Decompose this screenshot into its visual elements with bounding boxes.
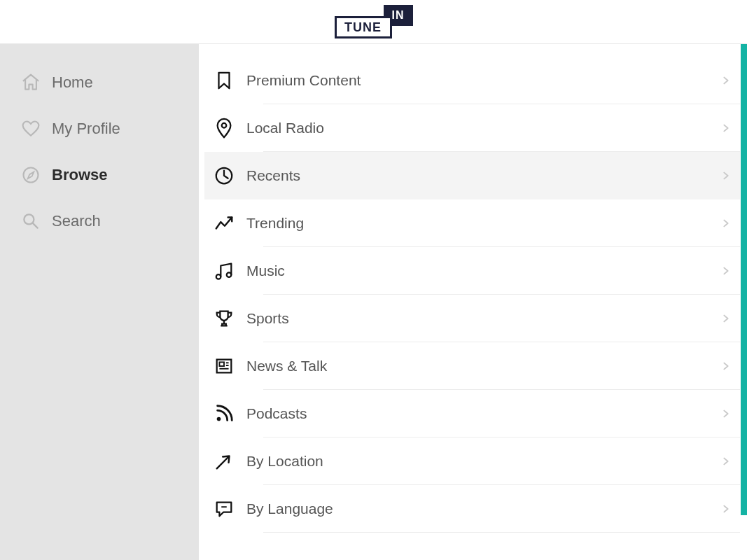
category-label: Premium Content xyxy=(244,72,712,89)
chat-icon xyxy=(204,498,244,519)
home-icon xyxy=(21,73,41,92)
compass-icon xyxy=(21,165,41,185)
category-row-premium-content[interactable]: Premium Content xyxy=(204,57,740,104)
search-icon xyxy=(21,211,41,231)
category-label: By Language xyxy=(244,500,712,517)
arrow-icon xyxy=(204,451,244,472)
sidebar-item-browse[interactable]: Browse xyxy=(0,152,199,198)
chevron-right-icon xyxy=(712,504,740,514)
sidebar-item-label: Search xyxy=(52,212,101,230)
category-row-recents[interactable]: Recents xyxy=(204,152,740,200)
sidebar-item-label: Home xyxy=(52,74,93,92)
chevron-right-icon xyxy=(712,171,740,181)
chevron-right-icon xyxy=(712,76,740,85)
rss-icon xyxy=(204,403,244,424)
sidebar-item-home[interactable]: Home xyxy=(0,59,199,106)
logo-tune-box: TUNE xyxy=(335,16,392,38)
category-row-podcasts[interactable]: Podcasts xyxy=(204,390,740,438)
scroll-indicator[interactable] xyxy=(741,44,747,515)
content-area: Premium ContentLocal RadioRecentsTrendin… xyxy=(199,44,747,560)
sidebar-item-label: Browse xyxy=(52,166,107,184)
category-row-sports[interactable]: Sports xyxy=(204,295,740,342)
category-row-trending[interactable]: Trending xyxy=(204,200,740,247)
sidebar-item-label: My Profile xyxy=(52,120,120,138)
chevron-right-icon xyxy=(712,361,740,371)
news-icon xyxy=(204,356,244,377)
category-row-news-talk[interactable]: News & Talk xyxy=(204,342,740,390)
chevron-right-icon xyxy=(712,456,740,466)
trophy-icon xyxy=(204,308,244,329)
sidebar-item-search[interactable]: Search xyxy=(0,198,199,244)
category-row-local-radio[interactable]: Local Radio xyxy=(204,104,740,152)
sidebar-item-my-profile[interactable]: My Profile xyxy=(0,106,199,152)
chevron-right-icon xyxy=(712,409,740,419)
category-label: Music xyxy=(244,262,712,279)
clock-icon xyxy=(204,165,244,186)
divider xyxy=(263,532,740,533)
tunein-logo[interactable]: IN TUNE xyxy=(335,5,413,38)
music-icon xyxy=(204,260,244,281)
chevron-right-icon xyxy=(712,266,740,276)
category-label: Sports xyxy=(244,310,712,327)
category-row-by-location[interactable]: By Location xyxy=(204,438,740,485)
chevron-right-icon xyxy=(712,123,740,133)
category-label: Podcasts xyxy=(244,405,712,422)
chevron-right-icon xyxy=(712,314,740,323)
category-label: Recents xyxy=(244,167,712,184)
category-label: News & Talk xyxy=(244,358,712,374)
category-label: Trending xyxy=(244,215,712,232)
category-row-music[interactable]: Music xyxy=(204,247,740,295)
header: IN TUNE xyxy=(0,0,747,44)
category-row-by-language[interactable]: By Language xyxy=(204,485,740,533)
heart-icon xyxy=(21,119,41,139)
bookmark-icon xyxy=(204,70,244,91)
category-label: Local Radio xyxy=(244,120,712,136)
trend-icon xyxy=(204,213,244,234)
pin-icon xyxy=(204,118,244,139)
chevron-right-icon xyxy=(712,218,740,228)
category-label: By Location xyxy=(244,453,712,470)
sidebar: HomeMy ProfileBrowseSearch xyxy=(0,44,199,560)
